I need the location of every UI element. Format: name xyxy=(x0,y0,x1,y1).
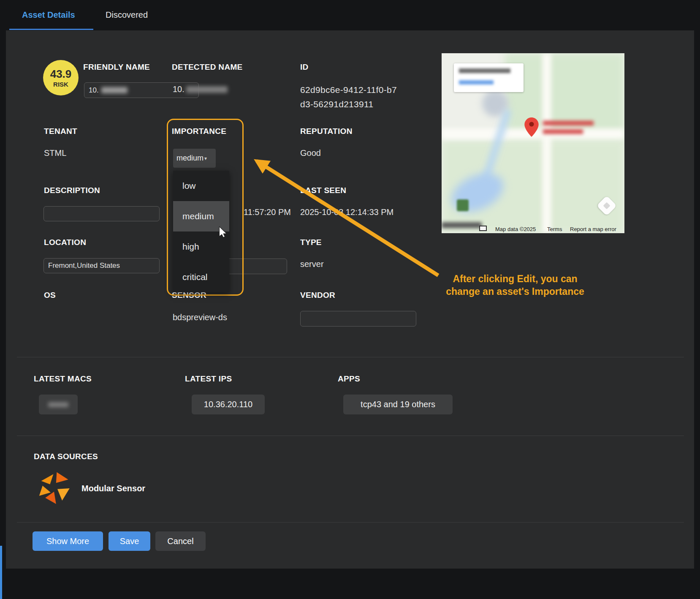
map-info-card xyxy=(454,63,524,92)
importance-select[interactable]: medium ▾ xyxy=(173,149,216,168)
detected-name-prefix: 10. xyxy=(173,84,184,94)
show-more-button[interactable]: Show More xyxy=(33,531,103,551)
cancel-button[interactable]: Cancel xyxy=(155,531,206,551)
mouse-cursor-icon xyxy=(219,226,228,238)
os-label: OS xyxy=(44,291,56,300)
redacted-text xyxy=(186,86,228,93)
divider xyxy=(17,522,684,523)
map-report-error-link[interactable]: Report a map error xyxy=(570,226,616,232)
id-value: 62d9bc6e-9412-11f0-b7d3-56291d213911 xyxy=(300,83,402,112)
redacted-map-text xyxy=(543,121,594,125)
left-edge-scroll-indicator xyxy=(0,546,2,599)
reputation-label: REPUTATION xyxy=(300,127,353,136)
annotation-text: After clicking Edit, you can change an a… xyxy=(424,272,606,298)
apps-chip[interactable]: tcp43 and 19 others xyxy=(343,395,453,414)
annotation-line2: change an asset's Importance xyxy=(424,285,606,298)
location-label: LOCATION xyxy=(44,238,86,247)
tab-asset-details[interactable]: Asset Details xyxy=(22,0,75,30)
latest-ips-label: LATEST IPS xyxy=(185,374,232,384)
apps-label: APPS xyxy=(338,374,360,384)
map-pin-icon xyxy=(524,117,539,137)
risk-score: 43.9 xyxy=(50,68,72,81)
risk-badge: 43.9 RISK xyxy=(43,60,79,95)
redacted-text xyxy=(101,87,128,93)
location-map[interactable]: Map data ©2025 Terms Report a map error xyxy=(442,53,624,233)
id-label: ID xyxy=(300,63,309,72)
reputation-value: Good xyxy=(300,148,321,158)
location-input[interactable] xyxy=(43,258,160,273)
importance-selected-value: medium xyxy=(176,154,203,163)
redacted-map-label xyxy=(442,222,482,228)
save-button[interactable]: Save xyxy=(109,531,150,551)
map-compass-inner xyxy=(603,202,610,210)
map-park-icon xyxy=(457,199,469,211)
risk-score-label: RISK xyxy=(53,81,68,88)
chevron-down-icon: ▾ xyxy=(204,155,207,161)
map-road xyxy=(542,53,551,233)
sensor-value: bdspreview-ds xyxy=(173,313,227,322)
vendor-label: VENDOR xyxy=(300,291,335,300)
data-source-name: Modular Sensor xyxy=(81,484,145,493)
vendor-input[interactable] xyxy=(300,311,416,327)
importance-label: IMPORTANCE xyxy=(172,127,226,136)
tenant-value: STML xyxy=(44,148,66,158)
type-label: TYPE xyxy=(300,238,322,247)
importance-option-low[interactable]: low xyxy=(173,171,229,201)
first-seen-partial-value: 11:57:20 PM xyxy=(244,207,291,217)
redacted-card-text xyxy=(459,68,510,73)
last-seen-value: 2025-10-03 12:14:33 PM xyxy=(300,207,393,217)
map-terms-link[interactable]: Terms xyxy=(547,226,562,232)
modular-sensor-logo xyxy=(37,470,71,506)
redacted-text xyxy=(48,402,68,407)
redacted-card-link xyxy=(459,80,494,84)
active-tab-underline xyxy=(9,29,93,30)
last-seen-label: LAST SEEN xyxy=(300,186,346,195)
redacted-map-text xyxy=(543,129,583,134)
detected-name-label: DETECTED NAME xyxy=(172,63,243,72)
map-scale-icon xyxy=(479,226,487,231)
type-value: server xyxy=(300,259,324,269)
latest-macs-label: LATEST MACS xyxy=(34,374,92,384)
asset-details-page: Asset Details Discovered 43.9 RISK FRIEN… xyxy=(0,0,700,599)
friendly-name-label: FRIENDLY NAME xyxy=(83,63,150,72)
description-label: DESCRIPTION xyxy=(44,186,100,195)
description-input[interactable] xyxy=(43,206,160,221)
importance-option-critical[interactable]: critical xyxy=(173,262,229,292)
data-sources-label: DATA SOURCES xyxy=(34,452,98,461)
latest-macs-chip xyxy=(39,395,78,414)
annotation-line1: After clicking Edit, you can xyxy=(424,272,606,285)
divider xyxy=(17,436,684,436)
tenant-label: TENANT xyxy=(44,127,77,136)
tab-discovered[interactable]: Discovered xyxy=(106,0,148,30)
latest-ips-chip: 10.36.20.110 xyxy=(192,395,265,414)
map-attribution: Map data ©2025 xyxy=(495,226,536,232)
detected-name-value: 10. xyxy=(173,84,228,94)
divider xyxy=(17,357,684,357)
friendly-name-value: 10. xyxy=(89,86,99,95)
